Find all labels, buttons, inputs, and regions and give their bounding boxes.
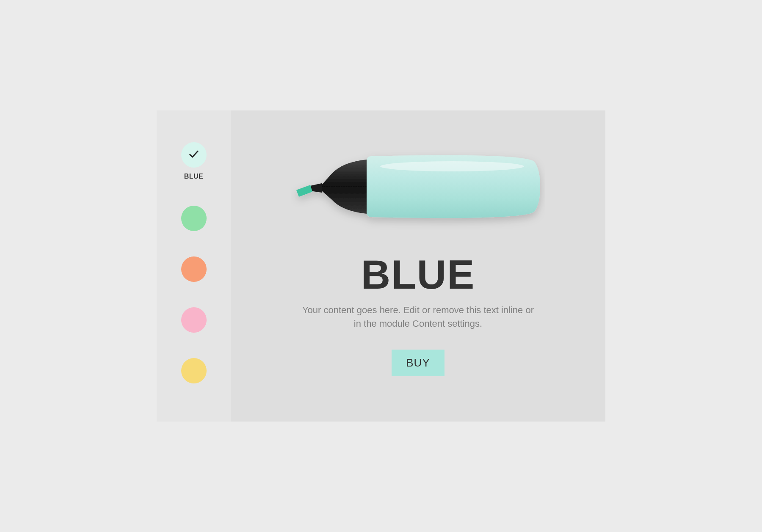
color-sidebar: BLUE bbox=[157, 110, 231, 422]
checkmark-icon bbox=[188, 148, 200, 162]
color-swatch-yellow[interactable] bbox=[181, 358, 207, 383]
product-description: Your content goes here. Edit or remove t… bbox=[300, 303, 537, 331]
color-swatch-pink[interactable] bbox=[181, 307, 207, 333]
buy-button[interactable]: BUY bbox=[392, 350, 444, 376]
color-swatch-orange[interactable] bbox=[181, 256, 207, 282]
product-main: BLUE Your content goes here. Edit or rem… bbox=[231, 110, 605, 422]
color-swatch-green[interactable] bbox=[181, 206, 207, 231]
product-title: BLUE bbox=[361, 254, 475, 295]
swatch-group-blue: BLUE bbox=[181, 142, 207, 180]
svg-point-0 bbox=[380, 161, 524, 171]
swatch-label-blue: BLUE bbox=[184, 173, 204, 180]
color-swatch-blue[interactable] bbox=[181, 142, 207, 168]
product-highlighter-image bbox=[291, 136, 545, 237]
product-card: BLUE bbox=[157, 110, 605, 422]
